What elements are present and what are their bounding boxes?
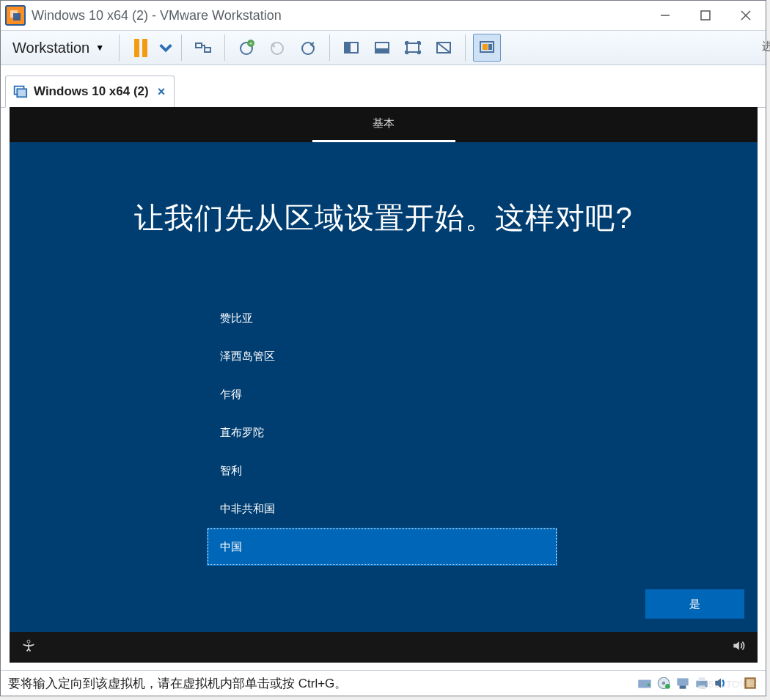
statusbar: 要将输入定向到该虚拟机，请在虚拟机内部单击或按 Ctrl+G。 bbox=[1, 670, 766, 696]
pause-button[interactable] bbox=[127, 34, 155, 62]
unity-icon bbox=[435, 39, 452, 56]
region-item[interactable]: 智利 bbox=[207, 452, 557, 490]
revert-snapshot-button[interactable] bbox=[263, 34, 291, 62]
console-icon bbox=[373, 39, 391, 56]
toolbar-separator bbox=[465, 34, 466, 61]
svg-line-19 bbox=[437, 43, 450, 53]
svg-rect-31 bbox=[677, 678, 688, 685]
document-tabstrip: Windows 10 x64 (2) × bbox=[1, 65, 766, 108]
guest-display[interactable]: 基本 让我们先从区域设置开始。这样对吧? 赞比亚泽西岛管区乍得直布罗陀智利中非共… bbox=[10, 107, 758, 663]
fit-guest-button[interactable] bbox=[337, 34, 365, 62]
pause-icon bbox=[134, 39, 147, 57]
fullscreen-button[interactable] bbox=[399, 34, 427, 62]
svg-rect-1 bbox=[13, 13, 21, 21]
volume-icon[interactable] bbox=[731, 638, 746, 656]
svg-rect-37 bbox=[747, 679, 755, 688]
sound-card-icon[interactable] bbox=[713, 676, 729, 690]
vm-tab[interactable]: Windows 10 x64 (2) × bbox=[5, 75, 175, 108]
region-listbox[interactable]: 赞比亚泽西岛管区乍得直布罗陀智利中非共和国中国 bbox=[207, 302, 557, 566]
svg-point-29 bbox=[662, 682, 665, 685]
svg-text:+: + bbox=[249, 40, 253, 47]
statusbar-hint: 要将输入定向到该虚拟机，请在虚拟机内部单击或按 Ctrl+G。 bbox=[8, 675, 347, 692]
printer-icon[interactable] bbox=[694, 676, 710, 690]
svg-rect-3 bbox=[701, 11, 710, 20]
oobe-tab-basic[interactable]: 基本 bbox=[312, 107, 455, 142]
toolbar-separator bbox=[224, 34, 225, 61]
oobe-footer bbox=[10, 632, 758, 663]
keyboard-icon bbox=[194, 39, 212, 56]
workstation-menu-dropdown-icon[interactable]: ▼ bbox=[95, 43, 111, 53]
ease-of-access-icon[interactable] bbox=[21, 638, 36, 656]
snapshot-take-icon: + bbox=[238, 39, 255, 56]
region-item[interactable]: 泽西岛管区 bbox=[207, 337, 557, 375]
tab-close-icon[interactable]: × bbox=[158, 84, 166, 100]
vmware-window: Windows 10 x64 (2) - VMware Workstation … bbox=[0, 0, 766, 696]
snapshot-manage-icon bbox=[299, 39, 317, 56]
region-item[interactable]: 中国 bbox=[207, 528, 557, 566]
svg-rect-21 bbox=[483, 44, 488, 50]
svg-point-30 bbox=[665, 684, 670, 689]
oobe-body: 让我们先从区域设置开始。这样对吧? 赞比亚泽西岛管区乍得直布罗陀智利中非共和国中… bbox=[10, 142, 758, 632]
unity-button[interactable] bbox=[430, 34, 458, 62]
maximize-button[interactable] bbox=[685, 1, 725, 30]
svg-rect-34 bbox=[699, 677, 705, 680]
network-adapter-icon[interactable] bbox=[675, 676, 691, 690]
device-status-tray bbox=[637, 676, 758, 690]
vm-tab-label: Windows 10 x64 (2) bbox=[34, 84, 149, 99]
thumbnail-icon bbox=[478, 39, 496, 56]
svg-rect-7 bbox=[205, 48, 210, 52]
close-button[interactable] bbox=[725, 1, 766, 30]
power-menu-dropdown[interactable] bbox=[158, 34, 174, 62]
toolbar-separator bbox=[329, 34, 330, 61]
svg-rect-22 bbox=[488, 44, 492, 50]
message-log-icon[interactable] bbox=[742, 676, 758, 690]
edge-text: 进 bbox=[762, 40, 770, 54]
hard-disk-icon[interactable] bbox=[637, 676, 653, 690]
oobe-heading: 让我们先从区域设置开始。这样对吧? bbox=[10, 198, 758, 238]
minimize-button[interactable] bbox=[645, 1, 685, 30]
yes-button[interactable]: 是 bbox=[645, 589, 744, 619]
svg-rect-35 bbox=[699, 685, 705, 688]
titlebar[interactable]: Windows 10 x64 (2) - VMware Workstation bbox=[1, 1, 766, 30]
workstation-menu[interactable]: Workstation bbox=[7, 37, 92, 59]
svg-point-25 bbox=[27, 640, 30, 643]
region-item[interactable]: 赞比亚 bbox=[207, 302, 557, 337]
main-toolbar: Workstation ▼ + bbox=[1, 30, 766, 65]
console-view-button[interactable] bbox=[368, 34, 396, 62]
vmware-app-icon bbox=[5, 5, 26, 26]
send-ctrl-alt-del-button[interactable] bbox=[189, 34, 217, 62]
fullscreen-icon bbox=[404, 39, 422, 56]
oobe-tabstrip: 基本 bbox=[10, 107, 758, 142]
toolbar-separator bbox=[119, 34, 120, 61]
vm-icon bbox=[12, 84, 28, 100]
svg-rect-14 bbox=[345, 43, 351, 53]
region-item[interactable]: 乍得 bbox=[207, 375, 557, 413]
svg-rect-16 bbox=[375, 48, 389, 53]
svg-point-27 bbox=[648, 684, 650, 686]
snapshot-revert-icon bbox=[268, 39, 286, 56]
region-item[interactable]: 直布罗陀 bbox=[207, 413, 557, 452]
snapshot-manager-button[interactable] bbox=[294, 34, 322, 62]
cd-dvd-icon[interactable] bbox=[656, 676, 672, 690]
toolbar-separator bbox=[181, 34, 182, 61]
region-item[interactable]: 中非共和国 bbox=[207, 490, 557, 528]
thumbnail-bar-button[interactable] bbox=[473, 34, 501, 62]
window-title: Windows 10 x64 (2) - VMware Workstation bbox=[32, 8, 645, 23]
svg-rect-6 bbox=[196, 43, 202, 48]
svg-rect-32 bbox=[680, 685, 686, 688]
take-snapshot-button[interactable]: + bbox=[232, 34, 260, 62]
svg-rect-17 bbox=[407, 43, 419, 52]
fit-guest-icon bbox=[342, 39, 360, 56]
svg-rect-24 bbox=[17, 89, 26, 97]
